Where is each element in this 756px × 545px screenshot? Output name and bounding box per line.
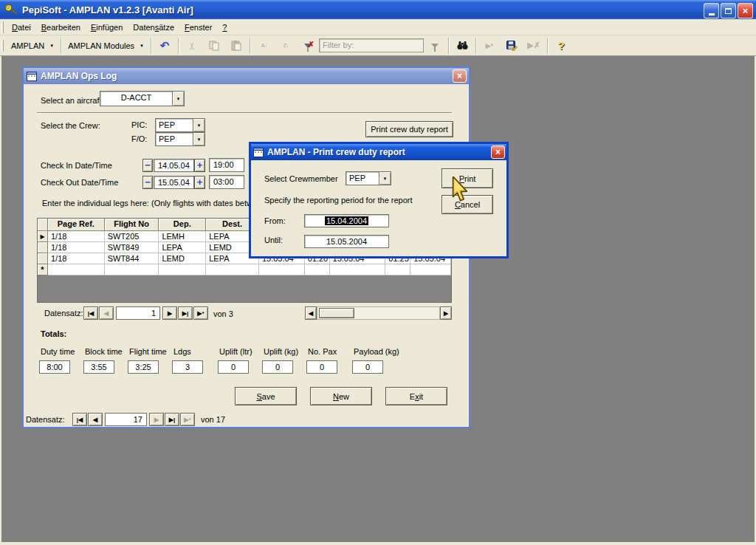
pic-combobox[interactable]: PEP ▼ bbox=[155, 118, 205, 132]
check-out-date-minus-button[interactable]: − bbox=[142, 176, 153, 189]
copy-icon bbox=[207, 39, 221, 52]
first-record-button[interactable]: |◀ bbox=[72, 413, 87, 426]
cell-page-ref[interactable]: 1/18 bbox=[48, 253, 105, 264]
toolbar-grip[interactable] bbox=[1, 40, 4, 52]
until-date-field[interactable]: 15.05.2004 bbox=[304, 235, 389, 248]
check-out-date-plus-button[interactable]: + bbox=[194, 176, 205, 189]
cell-flight-no[interactable]: SWT844 bbox=[105, 253, 159, 264]
cell-dep[interactable]: LEMH bbox=[159, 231, 206, 242]
check-in-date-field[interactable]: 14.05.04 bbox=[154, 159, 194, 172]
find-button[interactable] bbox=[451, 38, 473, 54]
cell-flight-no[interactable]: SWT849 bbox=[105, 242, 159, 253]
chevron-down-icon[interactable]: ▼ bbox=[193, 119, 205, 131]
fo-label: F/O: bbox=[131, 134, 147, 143]
delete-record-button: ▶✗ bbox=[523, 38, 545, 54]
amplan-menu-button[interactable]: AMPLAN▼ bbox=[7, 38, 58, 54]
chevron-down-icon[interactable]: ▼ bbox=[193, 133, 205, 145]
record-number-field[interactable]: 1 bbox=[116, 306, 160, 320]
cell[interactable] bbox=[259, 264, 305, 275]
new-button[interactable]: New bbox=[310, 387, 372, 405]
cell-flight-no[interactable]: SWT205 bbox=[105, 231, 159, 242]
menu-help[interactable]: ? bbox=[217, 21, 232, 34]
total-label-no-pax: No. Pax bbox=[308, 347, 337, 356]
cell[interactable] bbox=[206, 264, 259, 275]
amplan-modules-button[interactable]: AMPLAN Modules▼ bbox=[63, 38, 148, 54]
undo-button[interactable]: ↶ bbox=[154, 38, 176, 54]
scroll-left-button[interactable]: ◀ bbox=[305, 306, 317, 320]
menu-einfuegen[interactable]: Einfügen bbox=[86, 21, 128, 34]
aircraft-combobox[interactable]: D-ACCT ▼ bbox=[100, 91, 185, 106]
separator bbox=[250, 38, 250, 54]
chevron-down-icon[interactable]: ▼ bbox=[172, 92, 184, 106]
period-label: Specify the reporting period for the rep… bbox=[264, 196, 413, 205]
divider bbox=[37, 112, 452, 114]
menu-datei[interactable]: Datei bbox=[7, 21, 36, 34]
cell[interactable] bbox=[105, 264, 159, 275]
dialog-close-button[interactable]: × bbox=[491, 145, 505, 159]
new-row-selector[interactable]: * bbox=[38, 264, 48, 275]
cell[interactable] bbox=[410, 264, 451, 275]
current-record-icon: ▶ bbox=[40, 233, 44, 240]
horizontal-scrollbar[interactable] bbox=[317, 306, 440, 320]
col-header-page-ref[interactable]: Page Ref. bbox=[48, 219, 105, 231]
cell-dep[interactable]: LEMD bbox=[159, 253, 206, 264]
remove-filter-button[interactable]: ✗ bbox=[297, 38, 319, 54]
ops-log-titlebar[interactable]: AMPLAN Ops Log bbox=[24, 68, 469, 84]
crewmember-combobox[interactable]: PEP ▼ bbox=[346, 171, 391, 185]
cell[interactable] bbox=[305, 264, 330, 275]
check-out-date-field[interactable]: 15.05.04 bbox=[154, 176, 194, 189]
separator bbox=[448, 38, 449, 54]
app-key-icon bbox=[4, 4, 18, 16]
row-selector[interactable] bbox=[38, 242, 48, 253]
previous-record-button[interactable]: ◀ bbox=[88, 413, 103, 426]
next-record-button[interactable]: ▶ bbox=[162, 306, 177, 320]
record-number-field[interactable]: 17 bbox=[105, 413, 147, 426]
last-record-button[interactable]: ▶| bbox=[178, 306, 193, 320]
cell[interactable] bbox=[48, 264, 105, 275]
save-button[interactable]: Save bbox=[235, 387, 297, 405]
menu-fenster[interactable]: Fenster bbox=[179, 21, 217, 34]
cell[interactable] bbox=[159, 264, 206, 275]
dialog-titlebar[interactable]: AMPLAN - Print crew duty report bbox=[251, 144, 506, 160]
check-in-date-minus-button[interactable]: − bbox=[142, 159, 153, 172]
print-crew-duty-report-button[interactable]: Print crew duty report bbox=[365, 121, 453, 137]
filter-funnel-icon bbox=[428, 39, 441, 52]
table-new-row[interactable]: * bbox=[38, 264, 451, 275]
col-header-flight-no[interactable]: Flight No bbox=[105, 219, 159, 231]
minimize-button[interactable] bbox=[704, 3, 719, 18]
help-button[interactable]: ? bbox=[550, 38, 572, 54]
row-selector[interactable]: ▶ bbox=[38, 231, 48, 242]
scroll-right-button[interactable]: ▶ bbox=[440, 306, 452, 320]
cell[interactable] bbox=[330, 264, 386, 275]
new-record-button[interactable]: ▶* bbox=[193, 306, 208, 320]
last-record-button[interactable]: ▶| bbox=[165, 413, 179, 426]
record-count-label: von 3 bbox=[213, 309, 233, 318]
col-header-dep[interactable]: Dep. bbox=[159, 219, 206, 231]
from-date-field[interactable]: 15.04.2004 bbox=[304, 214, 389, 227]
menu-datensaetze[interactable]: Datensätze bbox=[128, 21, 179, 34]
check-in-time-field[interactable]: 19:00 bbox=[209, 158, 244, 172]
cell-dep[interactable]: LEPA bbox=[159, 242, 206, 253]
check-in-date-plus-button[interactable]: + bbox=[194, 159, 205, 172]
menubar-grip[interactable] bbox=[1, 21, 4, 33]
close-button[interactable]: × bbox=[738, 3, 753, 18]
chevron-down-icon[interactable]: ▼ bbox=[379, 172, 391, 185]
exit-button[interactable]: Exit bbox=[385, 387, 447, 405]
cell-page-ref[interactable]: 1/18 bbox=[48, 231, 105, 242]
filter-by-input[interactable]: Filter by: bbox=[319, 38, 424, 52]
fo-combobox[interactable]: PEP ▼ bbox=[155, 132, 205, 146]
save-record-button[interactable] bbox=[501, 38, 523, 54]
menu-bar: Datei Bearbeiten Einfügen Datensätze Fen… bbox=[0, 19, 756, 35]
ops-log-close-button[interactable]: × bbox=[453, 69, 467, 83]
cell-page-ref[interactable]: 1/18 bbox=[48, 242, 105, 253]
close-icon: × bbox=[743, 5, 749, 16]
sort-ascending-button: A↓ bbox=[252, 38, 275, 54]
cell[interactable] bbox=[385, 264, 410, 275]
check-out-time-field[interactable]: 03:00 bbox=[209, 175, 244, 189]
scrollbar-thumb[interactable] bbox=[319, 308, 354, 318]
row-selector[interactable] bbox=[38, 253, 48, 264]
copy-button bbox=[203, 38, 225, 54]
first-record-button[interactable]: |◀ bbox=[83, 306, 98, 320]
restore-button[interactable] bbox=[721, 3, 736, 18]
menu-bearbeiten[interactable]: Bearbeiten bbox=[36, 21, 86, 34]
